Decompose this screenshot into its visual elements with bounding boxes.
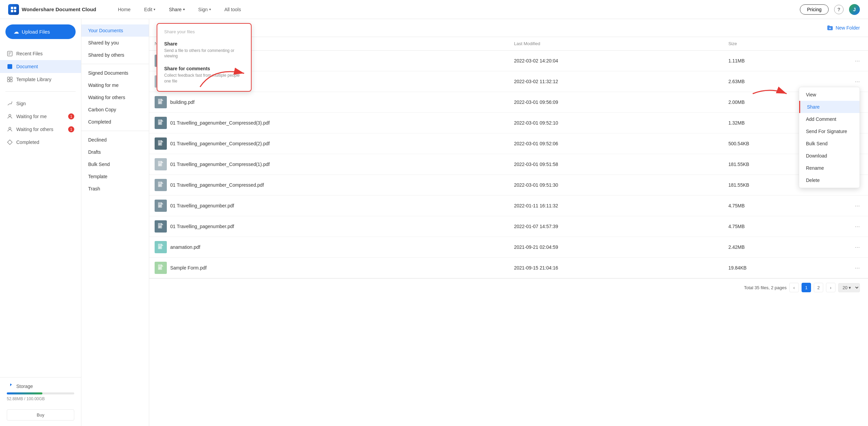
- file-name-cell: Sample Form.pdf: [155, 262, 503, 274]
- sub-sidebar-drafts[interactable]: Drafts: [81, 146, 149, 158]
- edit-chevron-icon: ▾: [154, 7, 155, 11]
- waiting-others-badge: 1: [68, 126, 74, 132]
- context-bulk-send[interactable]: Bulk Send: [799, 137, 860, 150]
- sidebar-item-waiting-me[interactable]: Waiting for me 1: [0, 110, 81, 123]
- sub-sidebar-signed-documents[interactable]: Signed Documents: [81, 67, 149, 79]
- file-more-button[interactable]: ···: [852, 263, 863, 273]
- file-name-cell: 01 Travelling_pagenumber.pdf: [155, 220, 503, 233]
- sidebar-item-sign[interactable]: Sign: [0, 97, 81, 110]
- context-delete[interactable]: Delete: [799, 174, 860, 186]
- table-row: 01 Travelling_pagenumber_Compressed(1).p…: [149, 154, 868, 175]
- file-name-cell: 01 Travelling_pagenumber_Compressed(2).p…: [155, 137, 503, 150]
- file-more-button[interactable]: ···: [852, 222, 863, 231]
- file-modified: 2022-03-02 11:32:12: [509, 71, 723, 92]
- sub-sidebar-shared-by-you[interactable]: Shared by you: [81, 37, 149, 49]
- svg-rect-2: [11, 10, 13, 12]
- file-size: 19.84KB: [723, 258, 847, 278]
- sub-sidebar-your-documents[interactable]: Your Documents: [81, 24, 149, 37]
- file-more-button[interactable]: ···: [852, 56, 863, 66]
- page-1-button[interactable]: 1: [802, 283, 811, 292]
- app-logo-icon: [8, 4, 19, 15]
- svg-rect-12: [10, 80, 12, 82]
- table-row: 01 Travelling_pagenumber_Compressed(3).p…: [149, 113, 868, 133]
- file-thumbnail: [155, 158, 167, 170]
- prev-page-button[interactable]: ‹: [789, 283, 799, 292]
- sidebar-item-recent[interactable]: Recent Files: [0, 47, 81, 60]
- file-modified: 2022-03-02 14:20:04: [509, 51, 723, 71]
- sub-sidebar-waiting-me[interactable]: Waiting for me: [81, 79, 149, 91]
- sidebar-item-completed[interactable]: Completed: [0, 136, 81, 149]
- sub-sidebar-carbon-copy[interactable]: Carbon Copy: [81, 104, 149, 116]
- svg-rect-43: [159, 226, 161, 227]
- context-send-signature[interactable]: Send For Signature: [799, 125, 860, 137]
- sidebar-item-document[interactable]: Document: [0, 60, 81, 73]
- avatar[interactable]: J: [849, 4, 860, 15]
- svg-rect-32: [159, 144, 161, 145]
- file-modified: 2022-03-01 09:52:10: [509, 113, 723, 133]
- sub-sidebar-template[interactable]: Template: [81, 170, 149, 183]
- sub-sidebar-waiting-others[interactable]: Waiting for others: [81, 91, 149, 104]
- storage-section: Storage 52.88MB / 100.00GB: [0, 377, 81, 407]
- file-thumbnail: [155, 179, 167, 191]
- sidebar-item-template[interactable]: Template Library: [0, 73, 81, 86]
- share-option-share-title: Share: [164, 41, 244, 47]
- table-row: 01 Travelling_pagenumber.pdf 2022-01-11 …: [149, 196, 868, 216]
- col-actions: [847, 37, 868, 51]
- content-header: New Folder: [149, 19, 868, 37]
- sub-sidebar-declined[interactable]: Declined: [81, 134, 149, 146]
- file-name: anamation.pdf: [170, 244, 200, 250]
- sign-chevron-icon: ▾: [209, 7, 211, 11]
- per-page-select[interactable]: 20 ▾: [838, 283, 860, 292]
- nav-all-tools[interactable]: All tools: [219, 4, 246, 15]
- share-option-comments[interactable]: Share for comments Collect feedback fast…: [157, 63, 251, 88]
- share-chevron-icon: ▾: [183, 7, 185, 11]
- file-name: building.pdf: [170, 99, 195, 105]
- page-2-button[interactable]: 2: [814, 283, 823, 292]
- context-rename[interactable]: Rename: [799, 162, 860, 174]
- file-more-button[interactable]: ···: [852, 201, 863, 210]
- sub-sidebar-bulk-send[interactable]: Bulk Send: [81, 158, 149, 170]
- share-option-share[interactable]: Share Send a file to others for commenti…: [157, 38, 251, 63]
- sub-sidebar-trash[interactable]: Trash: [81, 183, 149, 195]
- context-share[interactable]: Share: [799, 101, 860, 113]
- nav-edit[interactable]: Edit ▾: [139, 4, 161, 15]
- top-bar-right: Pricing ? J: [800, 4, 860, 15]
- file-modified: 2022-03-01 09:56:09: [509, 92, 723, 113]
- context-add-comment[interactable]: Add Comment: [799, 113, 860, 125]
- svg-rect-50: [159, 268, 161, 269]
- svg-rect-1: [14, 7, 16, 9]
- file-thumbnail: [155, 220, 167, 233]
- share-option-share-desc: Send a file to others for commenting or …: [164, 48, 244, 59]
- svg-rect-49: [159, 267, 161, 268]
- file-more-button[interactable]: ···: [852, 242, 863, 252]
- file-name-cell: anamation.pdf: [155, 241, 503, 253]
- nav-share-container: Share ▾ Share your files Share Send a fi…: [163, 4, 190, 15]
- sidebar-main-section: Recent Files Document Template Library: [0, 44, 81, 89]
- context-view[interactable]: View: [799, 89, 860, 101]
- file-name-cell: 01 Travelling_pagenumber.pdf: [155, 200, 503, 212]
- pricing-button[interactable]: Pricing: [800, 4, 829, 15]
- context-download[interactable]: Download: [799, 150, 860, 162]
- sidebar-item-waiting-others[interactable]: Waiting for others 1: [0, 123, 81, 136]
- svg-rect-46: [159, 247, 161, 247]
- waiting-me-icon: [7, 113, 13, 119]
- new-folder-button[interactable]: New Folder: [827, 24, 860, 31]
- sign-icon: [7, 100, 13, 107]
- next-page-button[interactable]: ›: [826, 283, 835, 292]
- svg-rect-44: [159, 227, 161, 228]
- buy-button[interactable]: Buy: [7, 409, 74, 421]
- table-row: anamation.pdf 2021-09-21 02:04:59 2.42MB…: [149, 237, 868, 258]
- folder-icon: [827, 24, 833, 31]
- nav-sign[interactable]: Sign ▾: [193, 4, 216, 15]
- nav-home[interactable]: Home: [113, 4, 136, 15]
- nav-share[interactable]: Share ▾: [163, 4, 190, 15]
- upload-button[interactable]: ☁ Upload Files: [5, 24, 76, 39]
- sub-sidebar-completed[interactable]: Completed: [81, 116, 149, 128]
- svg-rect-11: [7, 80, 9, 82]
- file-modified: 2022-03-01 09:52:06: [509, 133, 723, 154]
- sub-sidebar-shared-by-others[interactable]: Shared by others: [81, 49, 149, 61]
- help-icon[interactable]: ?: [834, 5, 844, 14]
- file-more-button[interactable]: ···: [852, 77, 863, 86]
- app-name: Wondershare Document Cloud: [22, 6, 96, 12]
- svg-point-14: [9, 127, 11, 129]
